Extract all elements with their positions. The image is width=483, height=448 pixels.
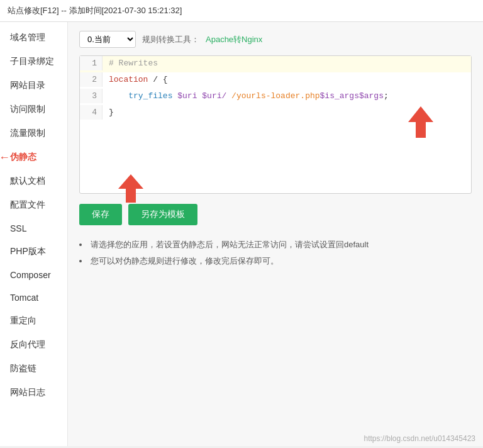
sidebar-label-hotlink: 防盗链 xyxy=(10,363,36,374)
line-code-3: try_files $uri $uri/ /yourls-loader.php$… xyxy=(103,89,471,103)
sidebar-item-composer[interactable]: Composer xyxy=(0,264,67,286)
line-code-2: location / { xyxy=(103,72,471,87)
sidebar-label-traffic: 流量限制 xyxy=(10,128,45,139)
sidebar-item-redirect[interactable]: 重定向 xyxy=(0,309,67,333)
line-code-4: } xyxy=(103,105,471,120)
rule-converter-link[interactable]: Apache转Nginx xyxy=(206,34,262,45)
sidebar-item-hotlink[interactable]: 防盗链 xyxy=(0,357,67,381)
sidebar-item-log[interactable]: 网站日志 xyxy=(0,381,67,405)
sidebar-label-log: 网站日志 xyxy=(10,387,45,398)
sidebar-label-reverse: 反向代理 xyxy=(10,339,45,350)
sidebar-label-tomcat: Tomcat xyxy=(10,293,38,303)
title-text: 站点修改[F12] -- 添加时间[2021-07-30 15:21:32] xyxy=(8,6,182,15)
sidebar-label-composer: Composer xyxy=(10,270,51,280)
rule-converter-label: 规则转换工具： xyxy=(142,34,199,45)
sidebar-label-default_doc: 默认文档 xyxy=(10,176,45,187)
sidebar-item-ssl[interactable]: SSL xyxy=(0,217,67,240)
code-line-1: 1# Rewrites xyxy=(80,56,471,72)
sidebar-item-webroot[interactable]: 网站目录 xyxy=(0,74,67,98)
toolbar: 0.当前 规则转换工具： Apache转Nginx xyxy=(79,31,472,48)
main-content: 0.当前 规则转换工具： Apache转Nginx 1# Rewrites2lo… xyxy=(68,22,483,446)
sidebar-label-ssl: SSL xyxy=(10,223,26,233)
sidebar: 域名管理子目录绑定网站目录访问限制流量限制←伪静态默认文档配置文件SSLPHP版… xyxy=(0,22,68,446)
sidebar-item-tomcat[interactable]: Tomcat xyxy=(0,286,67,309)
line-code-1: # Rewrites xyxy=(103,56,471,70)
sidebar-label-domain: 域名管理 xyxy=(10,32,45,43)
sidebar-label-access: 访问限制 xyxy=(10,104,45,115)
sidebar-item-pseudo[interactable]: ←伪静态 xyxy=(0,145,67,169)
watermark: https://blog.csdn.net/u014345423 xyxy=(364,434,475,443)
sidebar-item-config[interactable]: 配置文件 xyxy=(0,193,67,217)
line-number-3: 3 xyxy=(80,89,103,103)
sidebar-label-redirect: 重定向 xyxy=(10,315,36,327)
code-editor[interactable]: 1# Rewrites2location / {3 try_files $uri… xyxy=(79,55,472,194)
line-number-4: 4 xyxy=(80,105,103,120)
title-bar: 站点修改[F12] -- 添加时间[2021-07-30 15:21:32] xyxy=(0,0,483,22)
save-button[interactable]: 保存 xyxy=(79,204,122,225)
sidebar-item-subdir[interactable]: 子目录绑定 xyxy=(0,50,67,74)
button-row: 保存 另存为模板 xyxy=(79,204,472,225)
line-number-1: 1 xyxy=(80,56,103,70)
code-line-4: 4} xyxy=(80,105,471,121)
code-lines: 1# Rewrites2location / {3 try_files $uri… xyxy=(80,56,471,121)
sidebar-label-pseudo: 伪静态 xyxy=(10,152,36,163)
sidebar-item-traffic[interactable]: 流量限制 xyxy=(0,121,67,145)
sidebar-item-default_doc[interactable]: 默认文档 xyxy=(0,169,67,193)
sidebar-item-php[interactable]: PHP版本 xyxy=(0,240,67,264)
code-line-3: 3 try_files $uri $uri/ /yourls-loader.ph… xyxy=(80,89,471,105)
sidebar-item-access[interactable]: 访问限制 xyxy=(0,98,67,121)
sidebar-arrow-pseudo: ← xyxy=(0,151,10,164)
tip-item: 请选择您的应用，若设置伪静态后，网站无法正常访问，请尝试设置回default xyxy=(79,237,472,253)
tips-list: 请选择您的应用，若设置伪静态后，网站无法正常访问，请尝试设置回default您可… xyxy=(79,237,472,269)
sidebar-label-php: PHP版本 xyxy=(10,246,46,257)
sidebar-item-reverse[interactable]: 反向代理 xyxy=(0,333,67,357)
sidebar-label-config: 配置文件 xyxy=(10,199,45,211)
version-select[interactable]: 0.当前 xyxy=(79,31,136,48)
code-line-2: 2location / { xyxy=(80,72,471,89)
tip-item: 您可以对伪静态规则进行修改，修改完后保存即可。 xyxy=(79,253,472,269)
save-as-template-button[interactable]: 另存为模板 xyxy=(128,204,197,225)
sidebar-label-subdir: 子目录绑定 xyxy=(10,56,54,67)
sidebar-label-webroot: 网站目录 xyxy=(10,80,45,91)
line-number-2: 2 xyxy=(80,72,103,87)
sidebar-item-domain[interactable]: 域名管理 xyxy=(0,26,67,50)
